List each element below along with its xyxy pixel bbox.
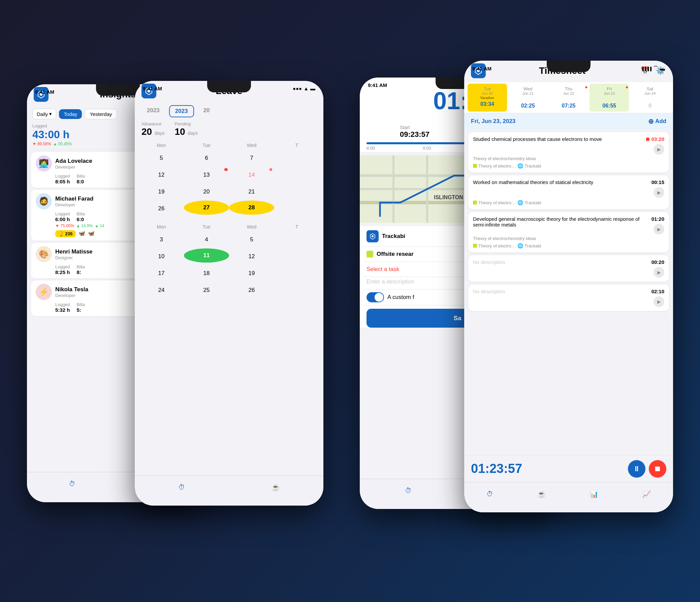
cal-row-1-3: 19 20 21 [139, 184, 319, 200]
year-2023[interactable]: 2023 [169, 105, 194, 117]
year-next[interactable]: 20 [198, 105, 215, 117]
emp-avatar-3: ⚡ [36, 284, 52, 300]
svg-text:ISLINGTON: ISLINGTON [434, 194, 463, 200]
ts-entry-3[interactable]: No description 00:20 ▶ [468, 255, 669, 282]
selected-date: Fri, Jun 23, 2023 [471, 118, 516, 125]
status-icons-4: ▐▐▐▐ ⌒ ▬ [641, 65, 665, 72]
cal-row-1-4: 26 27 28 [139, 200, 319, 217]
task-offsite-label: Offsite resear [377, 251, 414, 258]
logged-stat: Logged 43:00 h ▼ 89.58% ▲ 05.45% [32, 123, 72, 147]
running-timer: 01:23:57 [471, 461, 522, 476]
play-btn-3[interactable]: ▶ [653, 267, 664, 278]
pause-button[interactable]: ⏸ [628, 460, 645, 478]
wifi-icon-4: ⌒ [653, 65, 658, 72]
tab-timer-1[interactable]: ⏱ [69, 480, 75, 488]
timer-controls: ⏸ ⏹ [628, 460, 666, 478]
ts-entry-0[interactable]: Studied chemical processes that cause el… [468, 132, 669, 173]
notch-4 [547, 61, 591, 72]
cal-row-1-1: 5 6 7 [139, 150, 319, 166]
yesterday-btn[interactable]: Yesterday [84, 109, 117, 119]
day-sat[interactable]: Sat Jun 24 0 [630, 83, 670, 112]
today-cell[interactable]: 11 [184, 248, 229, 263]
status-time-2: 9:41 AM [143, 86, 162, 91]
tab-timer-2[interactable]: ⏱ [178, 483, 185, 491]
leave-stats: Allowance 20 days Pending 10 days [135, 120, 323, 141]
emp-name-0: Ada Lovelace [55, 158, 92, 165]
add-btn[interactable]: ⊕ Add [648, 117, 666, 125]
pending-stat: Pending 10 days [175, 121, 198, 137]
emp-role-2: Designer [55, 255, 93, 260]
battery-icon-4: ▬ [660, 66, 665, 71]
day-wed[interactable]: Wed Jun 21 02:25 [508, 83, 548, 112]
calendar-2: Mon Tue Wed T 3 4 5 10 11 12 [135, 223, 323, 298]
day-thu[interactable]: ● Thu Jun 22 07:25 [549, 83, 589, 112]
signal-icon-4: ▐▐▐▐ [641, 67, 651, 71]
cal-row-1-2: 12 13 14 [139, 167, 319, 183]
status-time-3: 9:41 AM [368, 82, 387, 88]
play-btn-0[interactable]: ▶ [653, 144, 664, 155]
cal-row-2-1: 3 4 5 [139, 232, 319, 248]
ts-entry-1[interactable]: Worked on mathematical theories of stati… [468, 175, 669, 209]
tab-stats-4[interactable]: 📈 [642, 490, 651, 498]
emp-avatar-0: 👩‍💻 [36, 155, 52, 172]
toggle-label: A custom f [388, 294, 414, 301]
notch-2 [207, 81, 251, 92]
year-2022[interactable]: 2023 [142, 105, 165, 117]
phones-container: 9:41 AM ●●● ▲ ▬ Insights Daily [0, 0, 700, 602]
tab-break-4[interactable]: ☕ [537, 490, 546, 498]
leave-years: 2023 2023 20 [135, 102, 323, 120]
battery-icon-2: ▬ [310, 86, 315, 91]
trackabi-task-icon [367, 230, 379, 242]
cal-header-1: Mon Tue Wed T [139, 141, 319, 149]
cal-header-2: Mon Tue Wed T [139, 223, 319, 231]
cal-row-2-2: 10 11 12 [139, 248, 319, 265]
cal-row-2-4: 24 25 26 [139, 282, 319, 298]
day-fri[interactable]: ● Fri Jun 23 06:55 [590, 83, 629, 112]
today-btn[interactable]: Today [59, 109, 82, 119]
ts-entry-4[interactable]: No description 02:10 ▶ [468, 285, 669, 311]
tab-timer-4[interactable]: ⏱ [486, 490, 493, 498]
emp-role-0: Developer [55, 165, 92, 170]
emp-name-2: Henri Matisse [55, 248, 93, 255]
emp-name-1: Michael Farad [55, 195, 93, 202]
status-icons-2: ●●● ▲ ▬ [293, 86, 315, 91]
play-btn-4[interactable]: ▶ [653, 296, 664, 307]
tab-timer-3[interactable]: ⏱ [405, 487, 411, 495]
status-time-4: 9:41 AM [472, 66, 492, 71]
play-btn-1[interactable]: ▶ [653, 187, 664, 198]
leave-content: Leave 2023 2023 20 Allowance 20 days Pen… [135, 81, 323, 475]
svg-point-13 [372, 235, 374, 237]
phone-timesheet: 9:41 AM ▐▐▐▐ ⌒ ▬ Timesheet 📅 ⚙️ [464, 61, 673, 512]
calendar-1: Mon Tue Wed T 5 6 7 12 13 [135, 141, 323, 217]
play-btn-2[interactable]: ▶ [653, 224, 664, 235]
tab-break-2[interactable]: ☕ [272, 483, 280, 491]
timer-bar: 01:23:57 ⏸ ⏹ [464, 455, 673, 482]
timesheet-content: Timesheet 📅 ⚙️ Tue Jun 20 Vacation 03:34 [464, 61, 673, 482]
emp-role-1: Developer [55, 202, 93, 207]
task-name: Trackabi [382, 233, 405, 240]
daily-dropdown[interactable]: Daily ▾ [32, 109, 56, 119]
notch [96, 84, 140, 96]
allowance-stat: Allowance 20 days [142, 121, 165, 137]
stop-button[interactable]: ⏹ [649, 460, 666, 478]
task-color-indicator [367, 251, 373, 258]
phone-leave: 9:41 AM ●●● ▲ ▬ Leave 2023 2023 [135, 81, 323, 506]
ts-entry-2[interactable]: Developed general macroscopic theory for… [468, 212, 669, 252]
tab-charts-4[interactable]: 📊 [590, 490, 598, 498]
date-header: Fri, Jun 23, 2023 ⊕ Add [464, 113, 673, 129]
signal-icon-2: ●●● [293, 86, 302, 91]
status-time-1: 9:41 AM [35, 89, 54, 95]
week-header: Tue Jun 20 Vacation 03:34 Wed Jun 21 02:… [464, 82, 673, 113]
emp-avatar-2: 🎨 [36, 246, 52, 262]
day-tue[interactable]: Tue Jun 20 Vacation 03:34 [468, 83, 507, 112]
tab-bar-2: ⏱ ☕ [135, 475, 323, 506]
cal-row-2-3: 17 18 19 [139, 265, 319, 282]
toggle-switch[interactable] [367, 292, 384, 302]
wifi-icon-2: ▲ [303, 86, 308, 91]
emp-avatar-1: 🧔 [36, 193, 52, 209]
timer-start: Start 09:23:57 [400, 125, 429, 139]
emp-name-3: Nikola Tesla [55, 286, 88, 293]
tab-bar-4: ⏱ ☕ 📊 📈 [464, 482, 673, 512]
emp-role-3: Developer [55, 293, 88, 298]
